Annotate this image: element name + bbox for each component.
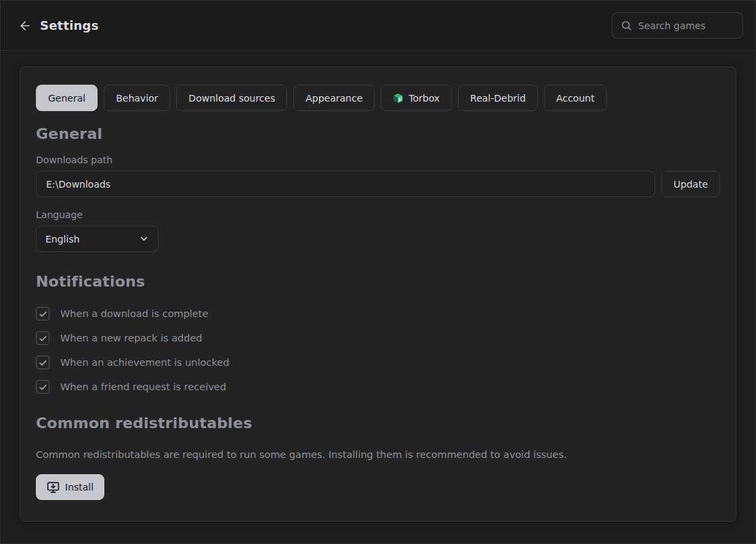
checkbox-label: When a download is complete [60, 308, 208, 319]
tab-label: Real-Debrid [470, 93, 526, 104]
torbox-cube-icon [393, 93, 403, 104]
search-box[interactable] [612, 12, 743, 39]
settings-tabs: General Behavior Download sources Appear… [36, 85, 720, 111]
redistributables-description: Common redistributables are required to … [36, 449, 720, 460]
chevron-down-icon [139, 234, 149, 244]
settings-window: Settings General Behavior Download [0, 0, 756, 544]
monitor-download-icon [47, 481, 60, 494]
general-heading: General [36, 125, 720, 142]
tab-download-sources[interactable]: Download sources [176, 85, 287, 111]
checkbox-row-achievement-unlocked[interactable]: When an achievement is unlocked [36, 356, 720, 369]
settings-panel: General Behavior Download sources Appear… [20, 66, 736, 522]
install-button[interactable]: Install [36, 474, 104, 500]
tab-label: General [48, 93, 85, 104]
checkbox-label: When an achievement is unlocked [60, 357, 229, 368]
back-button[interactable] [17, 18, 33, 34]
checkbox-checked-icon[interactable] [36, 380, 49, 394]
tab-label: Appearance [306, 93, 362, 104]
checkbox-row-download-complete[interactable]: When a download is complete [36, 307, 720, 320]
tab-general[interactable]: General [36, 85, 98, 111]
tab-label: Behavior [116, 93, 158, 104]
checkbox-row-new-repack[interactable]: When a new repack is added [36, 331, 720, 345]
downloads-path-input[interactable] [36, 171, 655, 197]
tab-label: Account [556, 93, 595, 104]
tab-label: Download sources [188, 93, 275, 104]
update-button[interactable]: Update [661, 171, 720, 197]
content-area: General Behavior Download sources Appear… [1, 51, 755, 543]
tab-account[interactable]: Account [544, 85, 607, 111]
tab-behavior[interactable]: Behavior [104, 85, 170, 111]
checkbox-checked-icon[interactable] [36, 331, 49, 345]
notifications-list: When a download is complete When a new r… [36, 307, 720, 394]
checkbox-checked-icon[interactable] [36, 307, 49, 320]
page-title: Settings [40, 18, 99, 33]
search-icon [621, 20, 632, 31]
downloads-path-label: Downloads path [36, 154, 720, 165]
search-input[interactable] [638, 20, 734, 31]
header: Settings [1, 1, 755, 51]
checkbox-label: When a new repack is added [60, 333, 203, 343]
checkbox-checked-icon[interactable] [36, 356, 49, 369]
notifications-heading: Notifications [36, 273, 720, 290]
language-label: Language [36, 209, 720, 220]
language-selected-value: English [45, 234, 80, 245]
arrow-left-icon [18, 19, 32, 33]
tab-label: Torbox [408, 93, 440, 104]
checkbox-label: When a friend request is received [60, 381, 226, 392]
tab-torbox[interactable]: Torbox [381, 85, 452, 111]
checkbox-row-friend-request[interactable]: When a friend request is received [36, 380, 720, 394]
downloads-path-row: Update [36, 171, 720, 197]
tab-appearance[interactable]: Appearance [293, 85, 375, 111]
language-select[interactable]: English [36, 226, 159, 252]
install-button-label: Install [65, 482, 93, 493]
redistributables-heading: Common redistributables [36, 415, 720, 432]
tab-real-debrid[interactable]: Real-Debrid [458, 85, 538, 111]
